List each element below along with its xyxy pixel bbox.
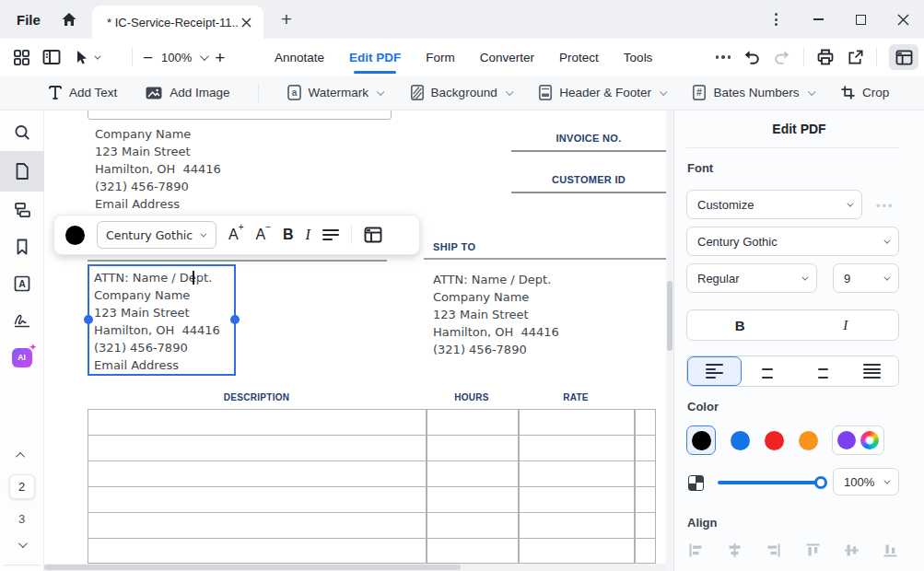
signature-panel-button[interactable] [0,302,44,339]
font-family-select[interactable]: Century Gothic [97,221,216,249]
align-left-button[interactable] [687,356,742,386]
align-objects-bottom-icon[interactable] [882,542,899,559]
font-size-value: 9 [844,272,850,286]
share-export-button[interactable] [847,49,864,66]
menu-kebab-button[interactable] [754,0,797,39]
align-objects-middle-v-icon[interactable] [843,542,860,559]
horizontal-scrollbar-thumb[interactable] [44,565,461,570]
horizontal-scrollbar[interactable] [44,564,666,571]
tab-edit-pdf[interactable]: Edit PDF [349,41,401,75]
font-size-select[interactable]: 9 [833,263,899,293]
grid-view-button[interactable] [13,49,30,66]
resize-handle-left[interactable] [84,315,93,324]
header-footer-button[interactable]: Header & Footer [538,84,664,101]
align-objects-top-icon[interactable] [804,542,822,559]
decrease-font-button[interactable]: A− [256,226,272,243]
thumbnail-panel-button[interactable] [0,192,44,228]
tab-tools[interactable]: Tools [624,41,653,75]
file-menu[interactable]: File [0,12,53,28]
align-center-button[interactable] [742,356,794,386]
new-tab-button[interactable]: + [275,7,298,31]
invoice-table[interactable] [88,409,656,564]
zoom-dropdown-chevron-icon[interactable] [200,52,209,61]
split-view-button[interactable] [42,49,61,65]
italic-button[interactable]: I [793,310,899,340]
textbox-outline[interactable] [88,111,392,120]
vertical-scrollbar-thumb[interactable] [667,281,673,351]
align-right-button[interactable] [794,356,847,386]
tab-close-button[interactable] [238,14,254,30]
color-black-selected[interactable] [686,425,716,455]
font-family-select[interactable]: Century Gothic [686,227,899,256]
panel-icon [364,227,382,243]
bookmarks-panel-button[interactable] [0,228,44,265]
color-blue-swatch[interactable] [731,431,750,450]
zoom-in-button[interactable]: + [215,49,225,66]
ship-to-address-block[interactable]: ATTN: Name / Dept. Company Name 123 Main… [433,271,559,358]
vertical-scrollbar[interactable] [666,111,673,571]
company-address-block[interactable]: Company Name 123 Main Street Hamilton, O… [95,125,221,213]
tab-form[interactable]: Form [426,41,455,75]
bates-numbers-button[interactable]: # Bates Numbers [692,84,813,101]
document-tab[interactable]: * IC-Service-Receipt-11... [92,6,263,39]
doc-text-line: Hamilton, OH 44416 [433,323,559,341]
text-align-button[interactable] [322,229,339,241]
next-page-number[interactable]: 3 [18,512,25,526]
chevron-up-icon [16,451,25,460]
undo-button[interactable] [743,49,761,65]
select-tool-button[interactable] [73,49,99,65]
properties-button[interactable] [364,227,382,243]
watermark-button[interactable]: a Watermark [287,84,382,101]
color-red-swatch[interactable] [765,431,784,450]
properties-panel-toggle[interactable] [889,44,918,70]
align-center-icon [759,364,777,379]
increase-font-button[interactable]: A+ [228,226,244,243]
print-button[interactable] [816,48,835,66]
redo-button[interactable] [773,49,791,65]
color-purple-swatch[interactable] [837,431,856,449]
text-recognition-panel-button[interactable]: A [0,265,44,302]
text-color-swatch[interactable] [65,226,85,245]
search-button[interactable] [0,114,44,151]
tab-converter[interactable]: Converter [480,41,534,75]
home-button[interactable] [53,6,85,33]
zoom-out-button[interactable]: − [143,49,153,66]
tab-protect[interactable]: Protect [559,41,599,75]
minimize-button[interactable] [797,0,839,39]
color-orange-swatch[interactable] [799,431,818,450]
background-button[interactable]: Background [410,84,511,101]
document-canvas[interactable]: Company Name 123 Main Street Hamilton, O… [44,111,666,571]
selected-text-box[interactable]: ATTN: Name / Dept. Company Name 123 Main… [88,264,236,376]
color-picker-swatch[interactable] [860,431,879,449]
opacity-slider-handle[interactable] [814,476,827,489]
italic-button[interactable]: I [306,227,310,243]
align-justify-button[interactable] [846,356,898,386]
home-icon [60,10,78,29]
resize-handle-right[interactable] [230,315,240,324]
page-panel-button[interactable] [0,151,44,192]
thumbnail-panel-icon [13,201,31,219]
divider [351,226,352,244]
tab-annotate[interactable]: Annotate [275,41,324,75]
font-more-options[interactable]: ••• [876,199,895,213]
align-objects-center-h-icon[interactable] [726,542,743,559]
more-options-button[interactable] [716,55,731,58]
previous-page-button[interactable] [0,443,44,467]
align-objects-left-icon[interactable] [687,542,705,559]
current-page-indicator[interactable]: 2 [9,474,35,499]
crop-button[interactable]: Crop [840,85,889,100]
font-mode-value: Customize [697,198,754,212]
font-style-select[interactable]: Regular [686,263,817,293]
align-objects-right-icon[interactable] [765,542,782,559]
ai-assistant-button[interactable]: AI✦ [0,339,44,376]
font-mode-select[interactable]: Customize [686,190,862,219]
close-window-button[interactable] [882,0,924,39]
opacity-slider[interactable] [718,481,821,484]
opacity-select[interactable]: 100% [833,468,899,495]
bold-button[interactable]: B [687,310,793,340]
maximize-button[interactable] [839,0,882,39]
add-text-button[interactable]: Add Text [48,85,117,100]
add-image-button[interactable]: Add Image [145,85,229,101]
next-page-button[interactable] [0,533,44,555]
bold-button[interactable]: B [283,227,294,243]
